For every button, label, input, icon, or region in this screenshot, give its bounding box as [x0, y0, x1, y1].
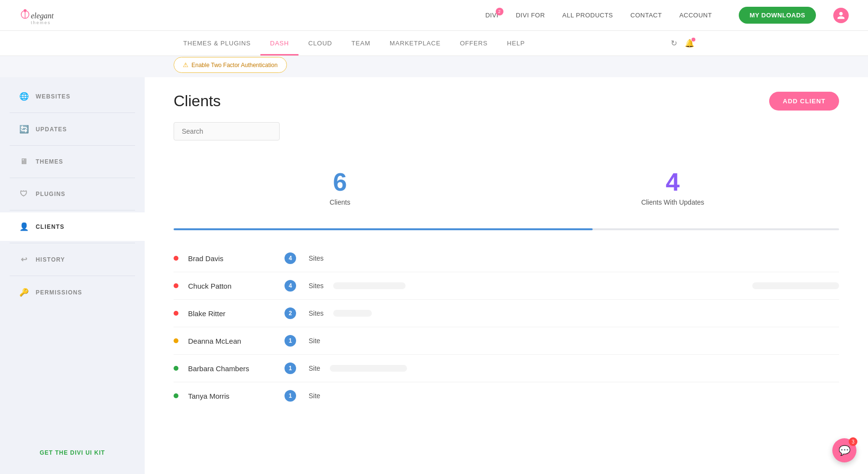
nav-offers[interactable]: OFFERS	[450, 31, 498, 56]
table-row[interactable]: Brad Davis 4 Sites	[174, 245, 839, 272]
client-name: Tanya Morris	[188, 392, 275, 400]
page-title: Clients	[174, 92, 221, 110]
updates-icon: 🔄	[19, 125, 29, 134]
sidebar-footer: GET THE DIVI UI KIT	[0, 440, 145, 464]
sites-badge: 1	[285, 362, 296, 374]
get-divi-ui-kit-link[interactable]: GET THE DIVI UI KIT	[40, 449, 105, 456]
client-list: Brad Davis 4 Sites Chuck Patton 4 Sites …	[174, 245, 839, 409]
nav-cloud[interactable]: CLOUD	[298, 31, 342, 56]
nav-help[interactable]: HELP	[497, 31, 534, 56]
progress-track	[174, 228, 839, 230]
themes-icon: 🖥	[19, 157, 29, 166]
account-nav-link[interactable]: ACCOUNT	[679, 12, 712, 19]
chat-badge: 3	[849, 437, 857, 446]
clients-icon: 👤	[19, 222, 29, 231]
divi-badge-count: 2	[496, 8, 503, 15]
blurred-info	[330, 365, 407, 372]
all-products-nav-link[interactable]: ALL PRODUCTS	[562, 12, 613, 19]
table-row[interactable]: Blake Ritter 2 Sites	[174, 300, 839, 327]
divider	[10, 210, 135, 210]
client-name: Barbara Chambers	[188, 364, 275, 373]
sites-label: Sites	[309, 254, 324, 262]
sidebar-label-plugins: PLUGINS	[36, 191, 66, 197]
clients-stat: 6 Clients	[174, 160, 506, 216]
contact-nav-link[interactable]: CONTACT	[630, 12, 662, 19]
clients-count: 6	[174, 169, 506, 195]
status-dot-yellow	[174, 338, 178, 343]
secondary-navigation: THEMES & PLUGINS DASH CLOUD TEAM MARKETP…	[0, 31, 868, 56]
sidebar-label-history: HISTORY	[36, 256, 65, 263]
updates-label: Clients With Updates	[506, 198, 839, 206]
table-row[interactable]: Barbara Chambers 1 Site	[174, 355, 839, 382]
sec-nav-right: ↻ 🔔	[671, 33, 694, 54]
logo[interactable]: elegant themes	[19, 6, 77, 25]
client-name: Blake Ritter	[188, 309, 275, 318]
sites-label: Sites	[309, 309, 324, 317]
warning-icon: ⚠	[183, 61, 189, 69]
top-nav-links: DIVI 2 DIVI FOR ALL PRODUCTS CONTACT ACC…	[485, 7, 849, 24]
nav-team[interactable]: TEAM	[342, 31, 380, 56]
sites-label: Site	[309, 392, 320, 400]
plugins-icon: 🛡	[19, 190, 29, 198]
sidebar-item-plugins[interactable]: 🛡 PLUGINS	[0, 180, 145, 208]
sidebar-label-clients: CLIENTS	[36, 223, 65, 230]
sec-nav-inner: THEMES & PLUGINS DASH CLOUD TEAM MARKETP…	[174, 31, 694, 56]
clients-label: Clients	[174, 198, 506, 206]
globe-icon: 🌐	[19, 92, 29, 101]
search-input[interactable]	[174, 122, 280, 140]
sites-label: Sites	[309, 282, 324, 290]
blurred-info	[333, 282, 406, 289]
top-navigation: elegant themes DIVI 2 DIVI FOR ALL PRODU…	[0, 0, 868, 31]
updates-stat: 4 Clients With Updates	[506, 160, 839, 216]
status-dot-green	[174, 393, 178, 398]
sidebar: 🌐 WEBSITES 🔄 UPDATES 🖥 THEMES 🛡 PLUGINS …	[0, 77, 145, 474]
updates-count: 4	[506, 169, 839, 195]
divider	[10, 145, 135, 146]
sidebar-item-history[interactable]: ↩ HISTORY	[0, 245, 145, 274]
divi-nav-link[interactable]: DIVI 2	[485, 12, 498, 19]
add-client-button[interactable]: ADD CLIENT	[769, 92, 839, 111]
client-name: Brad Davis	[188, 254, 275, 263]
sites-label: Site	[309, 337, 320, 345]
two-factor-auth-alert[interactable]: ⚠ Enable Two Factor Authentication	[174, 57, 287, 73]
sites-badge: 4	[285, 252, 296, 264]
page-wrapper: 🌐 WEBSITES 🔄 UPDATES 🖥 THEMES 🛡 PLUGINS …	[0, 77, 868, 474]
client-name: Chuck Patton	[188, 282, 275, 290]
table-row[interactable]: Deanna McLean 1 Site	[174, 327, 839, 355]
sidebar-item-themes[interactable]: 🖥 THEMES	[0, 148, 145, 176]
divi-for-nav-link[interactable]: DIVI FOR	[516, 12, 545, 19]
progress-fill	[174, 228, 593, 230]
bell-dot	[692, 38, 695, 42]
nav-themes-plugins[interactable]: THEMES & PLUGINS	[174, 31, 260, 56]
divider	[10, 243, 135, 243]
my-downloads-button[interactable]: MY DOWNLOADS	[739, 7, 816, 24]
sidebar-item-permissions[interactable]: 🔑 PERMISSIONS	[0, 278, 145, 307]
status-dot-red	[174, 256, 178, 261]
table-row[interactable]: Tanya Morris 1 Site	[174, 382, 839, 409]
alert-bar: ⚠ Enable Two Factor Authentication	[174, 57, 287, 73]
sidebar-label-updates: UPDATES	[36, 126, 67, 133]
status-dot-red	[174, 311, 178, 316]
sidebar-item-updates[interactable]: 🔄 UPDATES	[0, 115, 145, 143]
blurred-info	[752, 282, 839, 289]
nav-dash[interactable]: DASH	[260, 31, 298, 56]
sidebar-label-permissions: PERMISSIONS	[36, 289, 82, 296]
refresh-icon[interactable]: ↻	[671, 39, 677, 48]
client-name: Deanna McLean	[188, 337, 275, 345]
divider	[10, 276, 135, 276]
table-row[interactable]: Chuck Patton 4 Sites	[174, 272, 839, 300]
nav-marketplace[interactable]: MARKETPLACE	[380, 31, 450, 56]
main-content: Clients ADD CLIENT 6 Clients 4 Clients W…	[145, 77, 868, 474]
sites-badge: 4	[285, 280, 296, 292]
sites-label: Site	[309, 364, 320, 372]
page-header: Clients ADD CLIENT	[174, 92, 839, 111]
chat-button[interactable]: 💬 3	[832, 438, 856, 462]
sites-badge: 1	[285, 390, 296, 402]
bell-icon[interactable]: 🔔	[685, 39, 694, 48]
divider	[10, 112, 135, 113]
avatar[interactable]	[833, 8, 849, 23]
blurred-info	[333, 310, 372, 317]
history-icon: ↩	[19, 255, 29, 264]
sidebar-item-websites[interactable]: 🌐 WEBSITES	[0, 82, 145, 111]
sidebar-item-clients[interactable]: 👤 CLIENTS	[0, 212, 145, 241]
